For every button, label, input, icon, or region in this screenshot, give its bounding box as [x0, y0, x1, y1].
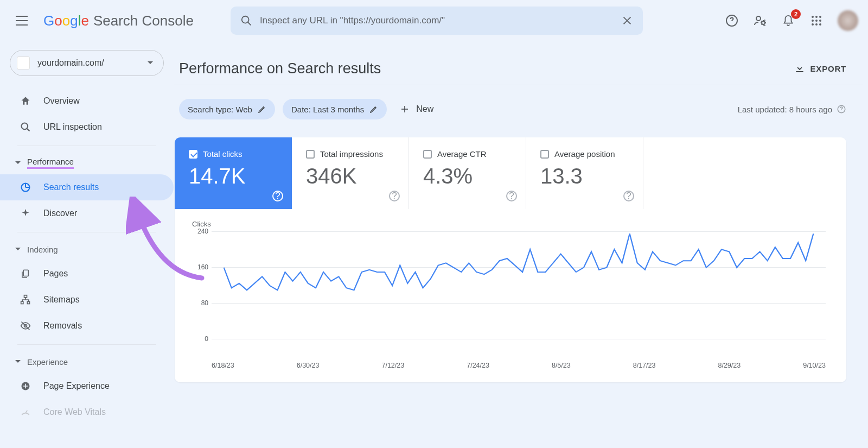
divider	[17, 232, 156, 232]
help-icon[interactable]: ?	[272, 191, 283, 201]
header-bar: Google Search Console 2	[0, 0, 868, 41]
new-label: New	[416, 104, 433, 114]
hamburger-icon	[16, 16, 28, 26]
metric-average-position[interactable]: Average position 13.3 ?	[526, 137, 643, 209]
sidebar-item-pages[interactable]: Pages	[0, 261, 174, 287]
sidebar-label: URL inspection	[43, 122, 102, 132]
metric-value: 4.3%	[423, 164, 515, 188]
help-icon[interactable]	[837, 104, 846, 114]
property-selector[interactable]: yourdomain.com/	[10, 50, 164, 76]
filter-chip-date[interactable]: Date: Last 3 months	[283, 99, 387, 119]
chart-line	[212, 231, 826, 340]
help-button[interactable]	[725, 14, 739, 28]
metric-value: 13.3	[540, 164, 632, 188]
metric-average-ctr[interactable]: Average CTR 4.3% ?	[409, 137, 526, 209]
clear-search-icon[interactable]	[621, 15, 633, 27]
y-tick: 240	[190, 228, 208, 235]
checkbox-icon	[540, 150, 549, 159]
metric-label: Average CTR	[437, 149, 487, 159]
chevron-down-icon	[147, 61, 154, 65]
x-tick: 7/12/23	[381, 362, 404, 369]
user-settings-button[interactable]	[753, 14, 767, 28]
sidebar-item-page-experience[interactable]: Page Experience	[0, 373, 174, 399]
search-icon	[240, 15, 252, 27]
filter-chip-search-type[interactable]: Search type: Web	[179, 99, 275, 119]
chip-label: Date: Last 3 months	[291, 105, 364, 114]
hamburger-menu-button[interactable]	[10, 9, 34, 33]
help-icon[interactable]: ?	[506, 191, 517, 201]
circle-plus-icon	[20, 381, 31, 392]
y-tick: 160	[190, 263, 208, 271]
y-tick: 80	[190, 299, 208, 307]
chevron-down-icon	[15, 247, 21, 251]
last-updated-text: Last updated: 8 hours ago	[738, 105, 832, 114]
svg-point-11	[815, 23, 818, 26]
export-button[interactable]: EXPORT	[794, 63, 846, 74]
last-updated: Last updated: 8 hours ago	[738, 104, 846, 114]
svg-rect-15	[23, 270, 28, 276]
sidebar-section-label: Indexing	[27, 245, 58, 254]
divider	[17, 344, 156, 345]
sidebar-section-indexing[interactable]: Indexing	[0, 238, 174, 261]
metric-total-impressions[interactable]: Total impressions 346K ?	[292, 137, 409, 209]
sidebar-item-overview[interactable]: Overview	[0, 88, 174, 114]
sidebar-section-label: Experience	[27, 357, 68, 367]
main-content: Performance on Search results EXPORT Sea…	[174, 41, 868, 425]
svg-point-2	[756, 16, 761, 21]
metric-value: 14.7K	[189, 164, 281, 188]
help-icon	[725, 14, 738, 27]
checkbox-icon	[306, 150, 315, 159]
download-icon	[794, 63, 805, 74]
x-tick: 8/29/23	[718, 362, 741, 369]
search-icon	[20, 122, 31, 132]
sidebar-label: Search results	[43, 182, 99, 192]
checkbox-icon	[423, 150, 432, 159]
divider	[17, 146, 156, 146]
metric-total-clicks[interactable]: Total clicks 14.7K ?	[175, 137, 292, 209]
sidebar-label: Overview	[43, 96, 80, 106]
help-icon[interactable]: ?	[389, 191, 400, 201]
metric-label: Total clicks	[203, 149, 242, 159]
sidebar-item-core-web-vitals[interactable]: Core Web Vitals	[0, 399, 174, 425]
sidebar-item-sitemaps[interactable]: Sitemaps	[0, 287, 174, 313]
apps-grid-icon	[811, 15, 822, 26]
sidebar-label: Core Web Vitals	[43, 407, 106, 417]
new-filter-button[interactable]: New	[394, 104, 433, 114]
help-icon[interactable]: ?	[623, 191, 634, 201]
page-title: Performance on Search results	[179, 60, 381, 77]
sidebar-item-url-inspection[interactable]: URL inspection	[0, 114, 174, 140]
sidebar: yourdomain.com/ Overview URL inspection …	[0, 41, 174, 425]
search-input[interactable]	[260, 15, 621, 26]
checkbox-icon	[189, 150, 197, 159]
svg-point-7	[812, 20, 814, 22]
sidebar-label: Pages	[43, 269, 68, 279]
chevron-down-icon	[15, 161, 21, 165]
url-search-box[interactable]	[231, 7, 643, 35]
sidebar-label: Removals	[43, 321, 82, 331]
metric-label: Average position	[554, 149, 615, 159]
app-name: Search Console	[93, 12, 194, 29]
sidebar-item-search-results[interactable]: Search results	[0, 174, 174, 200]
svg-rect-16	[24, 295, 27, 298]
plus-icon	[400, 104, 410, 114]
notifications-button[interactable]: 2	[781, 14, 795, 28]
svg-rect-18	[27, 301, 29, 304]
line-chart[interactable]: 240 160 80 0	[190, 231, 831, 356]
metric-value: 346K	[306, 164, 398, 188]
metric-label: Total impressions	[320, 149, 383, 159]
svg-point-9	[819, 20, 821, 22]
account-avatar[interactable]	[838, 10, 858, 31]
sidebar-label: Sitemaps	[43, 295, 80, 305]
sidebar-item-removals[interactable]: Removals	[0, 313, 174, 339]
user-gear-icon	[754, 14, 767, 27]
sidebar-item-discover[interactable]: Discover	[0, 200, 174, 226]
y-tick: 0	[190, 335, 208, 343]
x-tick: 6/18/23	[212, 362, 234, 369]
svg-point-5	[815, 16, 818, 18]
sitemap-icon	[20, 294, 31, 305]
apps-button[interactable]	[809, 14, 824, 28]
sidebar-section-experience[interactable]: Experience	[0, 350, 174, 373]
performance-card: Total clicks 14.7K ? Total impressions 3…	[175, 137, 846, 382]
sidebar-section-performance[interactable]: Performance	[0, 152, 174, 174]
app-logo[interactable]: Google Search Console	[43, 12, 194, 29]
